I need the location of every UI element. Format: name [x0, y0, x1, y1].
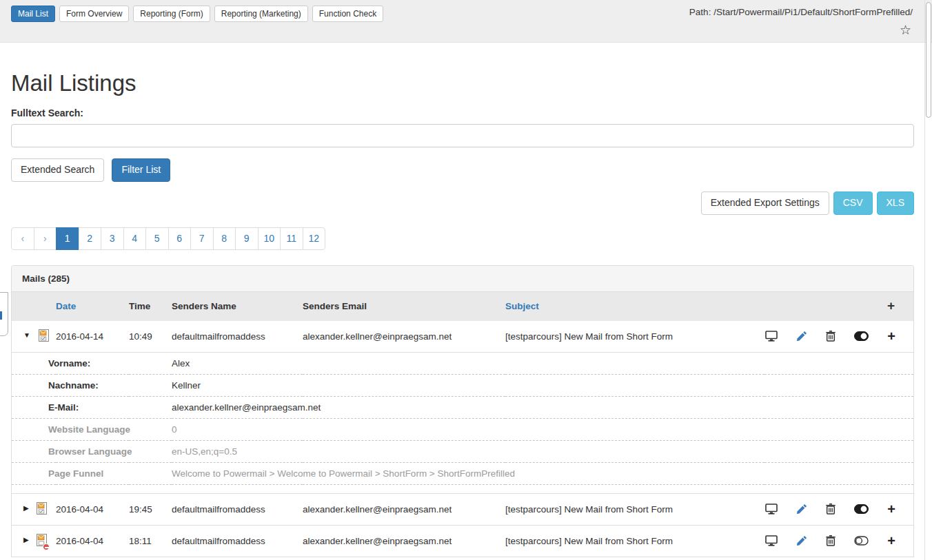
table-header-row: Date Time Senders Name Senders Email Sub…: [12, 292, 913, 321]
add-plus-icon[interactable]: +: [887, 504, 895, 514]
delete-trash-icon[interactable]: [826, 504, 835, 515]
left-edge-panel[interactable]: [0, 292, 8, 336]
page-title: Mail Listings: [11, 70, 914, 96]
pagination-page-4[interactable]: 4: [123, 227, 147, 250]
table-row: ▶ 2016-04-04 18:11 d: [12, 525, 913, 557]
pagination-page-6[interactable]: 6: [168, 227, 192, 250]
table-row: ▼ 2016-04-14 10:49: [12, 321, 913, 353]
detail-value: Welcome to Powermail > Welcome to Powerm…: [172, 462, 913, 484]
add-plus-icon[interactable]: +: [887, 331, 895, 341]
visibility-toggle-off-icon[interactable]: [854, 536, 869, 546]
breadcrumb-path: Path: /Start/Powermail/Pi1/Default/Short…: [689, 7, 913, 17]
column-header-actions: +: [764, 292, 913, 321]
left-edge-panel-marker: [0, 311, 2, 320]
row-actions: +: [764, 331, 895, 342]
detail-label: Page Funnel: [12, 462, 172, 484]
add-column-icon[interactable]: +: [887, 298, 895, 313]
csv-export-button[interactable]: CSV: [833, 191, 873, 215]
main-content: Mail Listings Fulltext Search: Extended …: [11, 70, 914, 557]
pagination-page-9[interactable]: 9: [235, 227, 259, 250]
tab-function-check[interactable]: Function Check: [312, 6, 383, 22]
detail-label: Nachname:: [12, 374, 172, 396]
cell-date: 2016-04-14: [56, 321, 129, 353]
preview-icon[interactable]: [765, 535, 778, 546]
edit-pencil-icon[interactable]: [796, 535, 807, 546]
module-tabs: Mail List Form Overview Reporting (Form)…: [11, 6, 383, 22]
cell-date: 2016-04-04: [56, 525, 129, 557]
pagination-page-1[interactable]: 1: [56, 227, 79, 250]
collapse-caret-icon[interactable]: ▼: [23, 331, 30, 339]
search-buttons: Extended Search Filter List: [11, 158, 914, 182]
delete-trash-icon[interactable]: [826, 535, 835, 546]
scrollbar-track: [924, 0, 932, 560]
detail-row: Browser Language en-US,en;q=0.5: [12, 440, 913, 462]
pagination-page-2[interactable]: 2: [79, 227, 102, 250]
column-header-date: Date: [56, 292, 129, 321]
mail-record-icon: [37, 502, 47, 517]
filter-list-button[interactable]: Filter List: [112, 158, 170, 182]
cell-sender-name: defaultmailfromaddess: [172, 321, 303, 353]
column-header-senders-name: Senders Name: [172, 292, 303, 321]
cell-sender-name: defaultmailfromaddess: [172, 493, 303, 525]
sort-subject-link[interactable]: Subject: [505, 301, 539, 311]
pagination-page-8[interactable]: 8: [213, 227, 236, 250]
cell-date: 2016-04-04: [56, 493, 129, 525]
column-header-time: Time: [129, 292, 172, 321]
extended-search-button[interactable]: Extended Search: [11, 158, 104, 182]
row-actions: +: [764, 504, 895, 515]
expand-caret-icon[interactable]: ▶: [23, 536, 29, 543]
xls-export-button[interactable]: XLS: [877, 191, 914, 215]
cell-subject: [testparcours] New Mail from Short Form: [505, 493, 764, 525]
detail-value: alexander.kellner@einpraegsam.net: [172, 396, 913, 418]
pagination-page-7[interactable]: 7: [190, 227, 214, 250]
detail-label: Browser Language: [12, 440, 172, 462]
detail-value: 0: [172, 418, 913, 440]
export-buttons: Extended Export Settings CSV XLS: [11, 191, 914, 215]
mails-table: Date Time Senders Name Senders Email Sub…: [12, 292, 913, 557]
visibility-toggle-on-icon[interactable]: [854, 331, 869, 341]
cell-sender-email: alexander.kellner@einpraegsam.net: [303, 321, 505, 353]
hidden-record-badge: [43, 543, 50, 550]
pagination-prev[interactable]: ‹: [11, 227, 34, 250]
detail-row: Website Language 0: [12, 418, 913, 440]
visibility-toggle-on-icon[interactable]: [854, 504, 869, 514]
fulltext-search-label: Fulltext Search:: [11, 107, 914, 118]
scrollbar-thumb[interactable]: [926, 2, 931, 118]
cell-sender-name: defaultmailfromaddess: [172, 525, 303, 557]
edit-pencil-icon[interactable]: [796, 504, 807, 515]
pagination-next[interactable]: ›: [34, 227, 57, 250]
tab-reporting-marketing[interactable]: Reporting (Marketing): [214, 6, 308, 22]
sort-date-link[interactable]: Date: [56, 301, 76, 311]
fulltext-search-input[interactable]: [11, 124, 914, 147]
table-row: ▶ 2016-04-04 19:45: [12, 493, 913, 525]
pagination-page-10[interactable]: 10: [258, 227, 281, 250]
pagination-page-5[interactable]: 5: [145, 227, 169, 250]
row-actions: +: [764, 535, 895, 546]
bookmark-star-icon[interactable]: ☆: [900, 23, 911, 37]
detail-spacer: [12, 484, 913, 493]
mails-panel: Mails (285) Date Time Senders Name Sende…: [11, 265, 914, 557]
pagination-page-3[interactable]: 3: [101, 227, 124, 250]
detail-row: E-Mail: alexander.kellner@einpraegsam.ne…: [12, 396, 913, 418]
detail-label: Website Language: [12, 418, 172, 440]
extended-export-settings-button[interactable]: Extended Export Settings: [701, 191, 829, 215]
tab-form-overview[interactable]: Form Overview: [59, 6, 129, 22]
detail-row: Nachname: Kellner: [12, 374, 913, 396]
delete-trash-icon[interactable]: [826, 331, 835, 342]
mail-record-icon: [39, 329, 49, 344]
detail-value: Kellner: [172, 374, 913, 396]
edit-pencil-icon[interactable]: [796, 331, 807, 342]
pagination: ‹ › 1 2 3 4 5 6 7 8 9 10 11 12: [11, 227, 914, 250]
pagination-page-11[interactable]: 11: [280, 227, 303, 250]
preview-icon[interactable]: [765, 504, 778, 515]
detail-row: Vorname: Alex: [12, 352, 913, 374]
expand-caret-icon[interactable]: ▶: [23, 504, 29, 512]
mails-panel-title: Mails (285): [12, 266, 913, 292]
pagination-page-12[interactable]: 12: [303, 227, 326, 250]
tab-mail-list[interactable]: Mail List: [11, 6, 55, 22]
tab-reporting-form[interactable]: Reporting (Form): [133, 6, 210, 22]
add-plus-icon[interactable]: +: [887, 536, 895, 546]
preview-icon[interactable]: [765, 331, 778, 342]
detail-label: Vorname:: [12, 352, 172, 374]
detail-row: Page Funnel Welcome to Powermail > Welco…: [12, 462, 913, 484]
